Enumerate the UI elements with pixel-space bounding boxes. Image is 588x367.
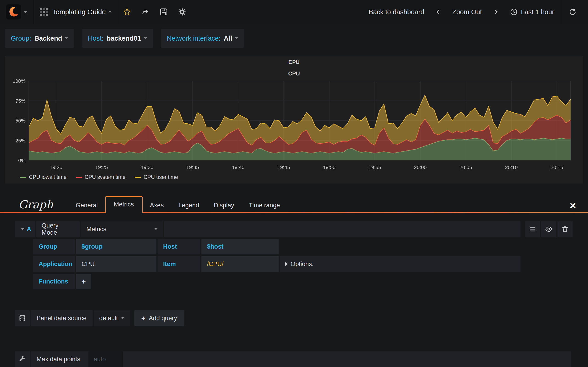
dashboard-title-menu[interactable]: Templating Guide — [34, 0, 118, 24]
group-field-value[interactable]: $group — [76, 239, 156, 254]
chevron-left-icon — [434, 8, 442, 16]
wrench-icon — [19, 356, 26, 363]
graph-title: CPU — [5, 67, 583, 77]
legend-swatch — [135, 177, 141, 178]
query-row-application-item: Application CPU Item /CPU/ Options: — [33, 256, 588, 272]
chart-legend: CPU iowait time CPU system time CPU user… — [5, 174, 583, 183]
legend-swatch — [20, 177, 26, 178]
chevron-down-icon — [108, 11, 112, 13]
eye-icon — [545, 225, 552, 233]
cpu-panel: CPU CPU CPU iowait time CPU system time … — [5, 56, 583, 184]
functions-label: Functions — [33, 274, 75, 289]
panel-type-label: Graph — [0, 198, 69, 213]
tab-time-range[interactable]: Time range — [242, 198, 287, 213]
chevron-down-icon — [121, 317, 124, 319]
hamburger-icon — [529, 225, 536, 233]
item-field-value[interactable]: /CPU/ — [201, 256, 279, 272]
gear-icon — [178, 8, 186, 16]
query-row-functions: Functions + — [33, 274, 588, 289]
variable-label: Network interface: — [167, 35, 221, 42]
add-function-button[interactable]: + — [76, 274, 91, 289]
legend-label: CPU iowait time — [29, 174, 67, 180]
options-label: Options: — [291, 261, 314, 268]
grafana-logo-icon — [6, 4, 21, 19]
refresh-button[interactable] — [562, 0, 582, 24]
star-icon — [123, 8, 131, 16]
chevron-down-icon — [154, 228, 157, 230]
tab-metrics[interactable]: Metrics — [105, 196, 143, 213]
query-menu-button[interactable] — [525, 221, 540, 237]
variable-value: All — [224, 35, 232, 42]
group-field-label: Group — [33, 239, 75, 254]
variable-label: Group: — [11, 35, 31, 42]
variable-host[interactable]: Host: backend01 — [82, 29, 153, 48]
share-dashboard-button[interactable] — [136, 0, 155, 24]
legend-swatch — [76, 177, 82, 178]
back-to-dashboard-button[interactable]: Back to dashboard — [363, 8, 429, 16]
grafana-menu-button[interactable] — [0, 0, 34, 24]
dashboard-title: Templating Guide — [52, 8, 106, 16]
legend-item[interactable]: CPU user time — [135, 174, 178, 180]
query-letter: A — [27, 226, 31, 233]
datasource-dropdown[interactable]: default — [94, 310, 130, 326]
datasource-value: default — [99, 315, 118, 322]
zoom-out-button[interactable]: Zoom Out — [447, 8, 487, 16]
max-data-points-label: Max data points — [31, 351, 88, 367]
time-range-picker[interactable] — [505, 0, 519, 24]
tab-general[interactable]: General — [69, 198, 105, 213]
datasource-icon-cell — [15, 310, 30, 326]
chevron-down-icon — [65, 37, 68, 39]
tab-display[interactable]: Display — [207, 198, 242, 213]
item-field-label: Item — [157, 256, 200, 272]
datasource-row: Panel data source default + Add query — [15, 310, 588, 326]
delete-query-button[interactable] — [557, 221, 573, 237]
variable-label: Host: — [88, 35, 104, 42]
tab-legend[interactable]: Legend — [171, 198, 207, 213]
query-mode-value: Metrics — [86, 226, 106, 233]
application-field-label: Application — [33, 256, 75, 272]
plus-icon: + — [81, 277, 86, 286]
star-dashboard-button[interactable] — [118, 0, 136, 24]
options-toggle[interactable]: Options: — [280, 256, 520, 272]
save-dashboard-button[interactable] — [155, 0, 173, 24]
application-field-value[interactable]: CPU — [76, 256, 156, 272]
panel-title[interactable]: CPU — [5, 56, 583, 67]
chevron-down-icon — [235, 37, 238, 39]
variable-group[interactable]: Group: Backend — [5, 29, 74, 48]
chevron-right-icon — [285, 262, 287, 266]
close-editor-button[interactable]: × — [570, 200, 576, 213]
legend-label: CPU system time — [85, 174, 126, 180]
variable-network-interface[interactable]: Network interface: All — [161, 29, 244, 48]
max-data-points-row: Max data points — [15, 351, 571, 367]
collapse-query-button[interactable]: A — [15, 221, 35, 237]
database-icon — [19, 315, 26, 322]
host-field-value[interactable]: $host — [201, 239, 279, 254]
chevron-down-icon — [144, 37, 147, 39]
query-mode-dropdown[interactable]: Metrics — [81, 221, 163, 237]
settings-button[interactable] — [173, 0, 191, 24]
time-range-label[interactable]: Last 1 hour — [519, 8, 559, 16]
datasource-label: Panel data source — [31, 310, 93, 326]
navbar-right: Back to dashboard Zoom Out Last 1 hour — [363, 0, 588, 24]
chevron-down-icon — [21, 228, 24, 230]
panel-editor-tabbar: Graph General Metrics Axes Legend Displa… — [0, 196, 588, 213]
clock-icon — [510, 8, 518, 16]
share-icon — [141, 8, 149, 16]
query-row-filler — [164, 221, 520, 237]
max-data-points-input[interactable] — [90, 351, 122, 367]
shift-time-back-button[interactable] — [429, 0, 447, 24]
tab-axes[interactable]: Axes — [143, 198, 171, 213]
legend-item[interactable]: CPU system time — [76, 174, 126, 180]
legend-item[interactable]: CPU iowait time — [20, 174, 67, 180]
shift-time-forward-button[interactable] — [487, 0, 505, 24]
cpu-chart-canvas[interactable] — [5, 77, 583, 174]
toggle-query-visibility-button[interactable] — [541, 221, 556, 237]
editor-accent-line — [0, 212, 588, 213]
trash-icon — [561, 225, 569, 233]
top-navbar: Templating Guide — [0, 0, 588, 24]
dashboard-grid-icon — [40, 8, 48, 16]
query-row-group-host: Group $group Host $host — [33, 239, 588, 254]
refresh-icon — [569, 8, 577, 16]
add-query-button[interactable]: + Add query — [134, 310, 184, 326]
host-field-label: Host — [157, 239, 200, 254]
